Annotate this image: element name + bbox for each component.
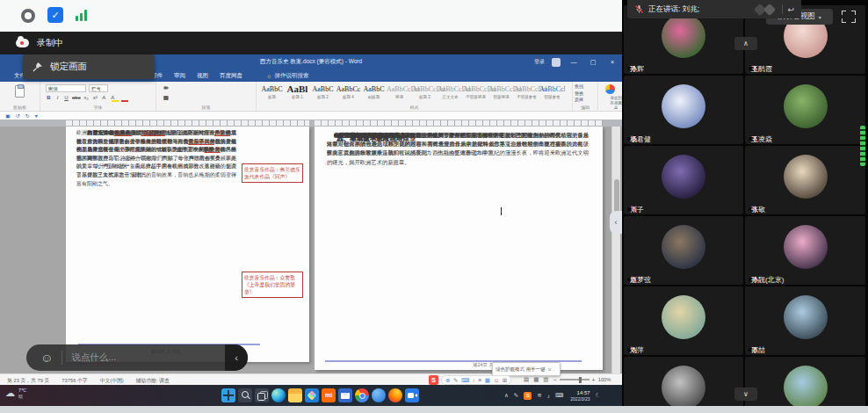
sogou-tray-icon[interactable]: S <box>524 392 532 400</box>
security-shield-icon[interactable]: ✓ <box>47 7 63 23</box>
baidu-netdisk-icon[interactable] <box>605 84 615 94</box>
minimize-button[interactable]: — <box>568 59 580 65</box>
font-style-button[interactable]: abc <box>72 95 81 102</box>
tell-me-search[interactable]: ☼ 操作说明搜索 <box>266 72 308 80</box>
style-chip[interactable]: AaBbCcDd 不明显参考 <box>514 83 539 104</box>
mail-icon[interactable] <box>338 388 352 402</box>
font-style-button[interactable]: A <box>101 95 107 102</box>
status-item[interactable]: 第 23 页，共 79 页 <box>7 377 49 385</box>
font-color-icon[interactable] <box>128 95 135 102</box>
font-style-button[interactable]: B <box>46 95 52 102</box>
ime-tool-icon[interactable]: ⊞ <box>503 377 507 384</box>
style-chip[interactable]: AaBbC 标题 2 <box>310 83 336 104</box>
zoom-slider[interactable]: −+ 100% <box>553 377 611 383</box>
scrollbar[interactable] <box>611 127 620 376</box>
participant-tile[interactable] <box>745 357 865 413</box>
font-name-select[interactable]: 宋体▾ <box>46 84 86 92</box>
touch-keyboard-icon[interactable]: ⌨ <box>555 392 563 399</box>
panel-collapse-handle[interactable]: ‹ <box>610 211 622 234</box>
paste-icon[interactable] <box>15 85 25 98</box>
weather-widget[interactable]: ☁ 7℃晴 <box>5 388 26 399</box>
ime-tool-icon[interactable]: ♪ <box>473 377 475 383</box>
scroll-down-button[interactable]: ∨ <box>734 388 757 401</box>
photos-icon[interactable] <box>305 388 319 402</box>
page-right[interactable]: 16 世纪意大利牧歌是文艺复兴时期一种非常重要的世俗音乐体裁。它是以当时著名的诗… <box>315 127 603 370</box>
reply-arrow-icon[interactable]: ↩ <box>787 5 794 14</box>
signin-label[interactable]: 登录 <box>534 58 545 66</box>
file-explorer-icon[interactable] <box>288 388 302 402</box>
emoji-icon[interactable]: ☺ <box>40 351 53 364</box>
tray-expand-icon[interactable]: ∧ <box>504 392 509 399</box>
margin-annotation[interactable]: 欣赏音乐作品：众赞歌《上帝是我们坚固的堡垒》 <box>242 272 303 298</box>
close-icon[interactable]: × <box>548 366 552 373</box>
quick-access-icon[interactable]: ↻ <box>25 112 30 119</box>
quick-access-icon[interactable]: ↺ <box>16 112 20 119</box>
pen-icon[interactable]: ✎ <box>514 392 518 399</box>
network-stats-icon[interactable] <box>76 8 90 22</box>
task-view-icon[interactable] <box>255 388 269 402</box>
taskbar-clock[interactable]: 14:572022/3/23 <box>570 390 590 402</box>
ribbon-tab[interactable]: 视图 <box>197 72 208 80</box>
style-chip[interactable]: AaBbCcDd 强调 <box>387 83 412 104</box>
quick-access-icon[interactable]: ▣ <box>5 112 11 119</box>
edge-icon[interactable] <box>271 388 286 402</box>
participant-tile[interactable]: 王凌焱 <box>745 76 865 144</box>
info-icon[interactable] <box>21 9 35 23</box>
style-chip[interactable]: AaBbCcDd 标题 3 <box>412 83 438 104</box>
chat-input[interactable]: ☺ 说点什么... ‹ <box>26 344 248 371</box>
align-icon[interactable]: ⋯ <box>163 94 169 100</box>
editing-command[interactable]: 查找 <box>573 83 597 91</box>
ime-tool-icon[interactable]: ⌨ <box>461 377 469 384</box>
participant-tile[interactable] <box>624 357 743 413</box>
maximize-button[interactable]: ▢ <box>587 59 599 66</box>
style-chip[interactable]: AaBbCc 标题 4 <box>336 83 361 104</box>
font-style-button[interactable]: x₂ <box>83 95 90 102</box>
view-mode-icon[interactable]: ▤ <box>524 376 529 383</box>
editing-command[interactable]: 选择 <box>573 97 597 104</box>
participant-tile[interactable]: 赵梦弦 <box>624 216 743 285</box>
document-canvas[interactable]: 欧洲的音乐中心。杜费（G.Dufay 1400-1474）是勃艮第乐派的代表人物… <box>0 127 622 376</box>
volume-icon[interactable]: ♪ <box>547 393 550 399</box>
participant-tile[interactable]: 邵喆 <box>745 286 865 355</box>
app-blue-icon[interactable] <box>372 388 386 402</box>
margin-annotation[interactable]: 欣赏音乐作品：弗兰德乐派代表作品《回声》 <box>242 163 303 183</box>
status-item[interactable]: 中文(中国) <box>100 377 124 385</box>
participant-tile[interactable]: 川子 <box>624 146 743 214</box>
font-size-select[interactable]: 三号▾ <box>89 84 108 92</box>
xiaomi-icon[interactable]: mi <box>322 388 336 402</box>
page-left[interactable]: 欧洲的音乐中心。杜费（G.Dufay 1400-1474）是勃艮第乐派的代表人物… <box>66 127 309 362</box>
ribbon-tab[interactable]: 百度网盘 <box>220 72 242 80</box>
ime-tool-icon[interactable]: ▦ <box>485 377 490 384</box>
style-chip[interactable]: AaBbCcDd 不明显强调 <box>463 83 488 104</box>
font-style-button[interactable]: x² <box>92 95 98 102</box>
participant-tile[interactable]: 张敬 <box>745 146 865 214</box>
list-format-icon[interactable]: ⋯ <box>163 84 169 91</box>
participant-tile[interactable]: 杨君健 <box>624 76 743 144</box>
ribbon-tab[interactable]: 审阅 <box>174 72 185 80</box>
style-chip[interactable]: AaBl 标题 1 <box>285 83 310 104</box>
start-button[interactable] <box>221 388 235 402</box>
participant-tile[interactable]: 孙靓(北京) <box>745 216 865 285</box>
ime-tool-icon[interactable]: ≡ <box>479 377 482 383</box>
ime-tool-icon[interactable]: ✎ <box>453 377 458 384</box>
sogou-icon[interactable]: S <box>429 375 438 385</box>
firefox-icon[interactable] <box>388 388 402 402</box>
quick-access-icon[interactable]: ▾ <box>35 112 38 119</box>
style-chip[interactable]: AaBbCcD 明显参考 <box>539 83 565 104</box>
style-chip[interactable]: AaBbC 标题 <box>259 83 285 104</box>
account-avatar[interactable] <box>552 58 561 67</box>
wifi-icon[interactable]: ≋ <box>537 392 541 399</box>
ime-tool-icon[interactable]: ☺ <box>494 377 500 383</box>
style-chip[interactable]: AaBbCcDd 明显强调 <box>488 83 514 104</box>
ime-tool-icon[interactable]: ⊕ <box>445 377 450 384</box>
participant-tile[interactable]: 刘萍 <box>624 286 743 355</box>
status-item[interactable]: 73756 个字 <box>61 377 87 385</box>
style-chip[interactable]: AaBbC 副标题 <box>361 83 387 104</box>
style-chip[interactable]: AaBbCcDd 正文文本 <box>438 83 463 104</box>
view-mode-icon[interactable]: ▥ <box>543 376 548 383</box>
input-method-toolbar[interactable]: S ⊕✎⌨♪≡▦☺⊞ <box>429 375 511 385</box>
scroll-up-button[interactable]: ∧ <box>734 37 757 50</box>
chrome-icon[interactable] <box>355 388 369 402</box>
font-style-button[interactable]: U <box>63 95 69 102</box>
search-icon[interactable] <box>238 388 252 402</box>
